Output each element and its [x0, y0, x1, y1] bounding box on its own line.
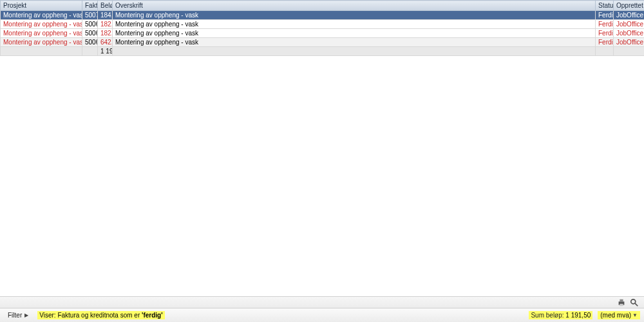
footer-bar: Filter ▶ Viser: Faktura og kreditnota so… — [0, 308, 644, 322]
cell-opprettet: JobOffice — [614, 11, 645, 20]
filter-label: Filter — [8, 312, 22, 319]
filter-button[interactable]: Filter ▶ — [4, 311, 32, 319]
cell-opprettet: JobOffice — [614, 20, 645, 29]
print-icon[interactable] — [617, 298, 626, 307]
cell-faktnr: 50067 — [82, 29, 98, 38]
cell-belop: 642,50 — [98, 38, 113, 47]
col-header-faktnr[interactable]: Fakt.nr. — [82, 1, 98, 11]
cell-opprettet: JobOffice — [614, 38, 645, 47]
cell-status: Ferdig — [596, 29, 614, 38]
cell-prosjekt: Montering av oppheng - vask — [1, 20, 82, 29]
cell-faktnr: 50077 — [82, 11, 98, 20]
chevron-down-icon: ▼ — [632, 312, 638, 318]
invoice-table: Prosjekt Fakt.nr. Beløp Overskrift Statu… — [0, 0, 644, 56]
cell-faktnr: 50066 — [82, 20, 98, 29]
filter-text-prefix: Viser: Faktura og kreditnota som er — [39, 312, 142, 319]
cell-overskrift: Montering av oppheng - vask — [113, 29, 596, 38]
svg-line-4 — [635, 303, 638, 305]
sum-cell-empty — [614, 47, 645, 56]
col-header-overskrift[interactable]: Overskrift — [113, 1, 596, 11]
mva-dropdown[interactable]: (med mva) ▼ — [598, 311, 640, 319]
sum-belop-block: Sum beløp: 1 191,50 — [529, 311, 592, 319]
filter-description: Viser: Faktura og kreditnota som er 'fer… — [37, 311, 164, 319]
toolbar-icons — [0, 296, 644, 308]
cell-belop: 182,50 — [98, 20, 113, 29]
table-sum-row: 1 191,50 — [1, 47, 645, 56]
cell-prosjekt: Montering av oppheng - vask — [1, 11, 82, 20]
cell-prosjekt: Montering av oppheng - vask — [1, 38, 82, 47]
sum-value: 1 191,50 — [565, 312, 591, 319]
table-row[interactable]: Montering av oppheng - vask 50066 182,50… — [1, 20, 645, 29]
svg-rect-2 — [620, 303, 623, 306]
sum-cell-empty — [113, 47, 596, 56]
cell-overskrift: Montering av oppheng - vask — [113, 20, 596, 29]
cell-status: Ferdig — [596, 11, 614, 20]
cell-belop: 182,50 — [98, 29, 113, 38]
cell-opprettet: JobOffice — [614, 29, 645, 38]
col-header-prosjekt[interactable]: Prosjekt — [1, 1, 82, 11]
sum-label: Sum beløp: — [531, 312, 564, 319]
cell-belop: 184,00 — [98, 11, 113, 20]
svg-point-3 — [631, 299, 636, 303]
cell-status: Ferdig — [596, 20, 614, 29]
cell-faktnr: 50068 — [82, 38, 98, 47]
cell-overskrift: Montering av oppheng - vask — [113, 11, 596, 20]
mva-dropdown-label: (med mva) — [600, 312, 631, 319]
table-row[interactable]: Montering av oppheng - vask 50067 182,50… — [1, 29, 645, 38]
cell-status: Ferdig — [596, 38, 614, 47]
filter-text-bold: 'ferdig' — [142, 312, 163, 319]
search-icon[interactable] — [630, 298, 639, 307]
table-row[interactable]: Montering av oppheng - vask 50077 184,00… — [1, 11, 645, 20]
sum-cell-belop: 1 191,50 — [98, 47, 113, 56]
chevron-right-icon: ▶ — [24, 312, 28, 318]
table-header-row: Prosjekt Fakt.nr. Beløp Overskrift Statu… — [1, 1, 645, 11]
sum-cell-empty — [1, 47, 82, 56]
table-row[interactable]: Montering av oppheng - vask 50068 642,50… — [1, 38, 645, 47]
col-header-opprettet[interactable]: Opprettet i — [614, 1, 645, 11]
invoice-table-area: Prosjekt Fakt.nr. Beløp Overskrift Statu… — [0, 0, 644, 296]
col-header-status[interactable]: Status — [596, 1, 614, 11]
cell-prosjekt: Montering av oppheng - vask — [1, 29, 82, 38]
col-header-belop[interactable]: Beløp — [98, 1, 113, 11]
sum-cell-empty — [596, 47, 614, 56]
cell-overskrift: Montering av oppheng - vask — [113, 38, 596, 47]
sum-cell-empty — [82, 47, 98, 56]
svg-rect-1 — [620, 299, 623, 301]
